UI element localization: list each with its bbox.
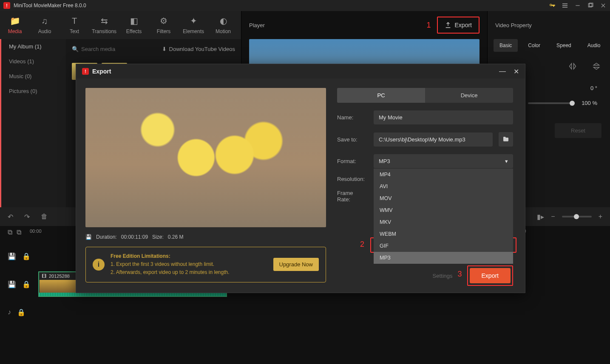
callout-number-3: 3 [458,270,462,279]
search-input[interactable]: 🔍 Search media [72,46,115,52]
saveto-input[interactable]: C:\Users\bj\Desktop\My Movie.mp3 [374,133,493,147]
dialog-close-icon[interactable]: ✕ [514,68,519,76]
format-select[interactable]: MP3 ▾ [374,154,513,168]
format-value: MP3 [379,158,390,164]
format-option-gif[interactable]: GIF [374,240,513,252]
save-track-icon[interactable]: 💾 [8,252,16,260]
maximize-icon[interactable] [587,2,594,9]
segment-pc[interactable]: PC [337,88,425,103]
tab-speed[interactable]: Speed [550,39,577,52]
resolution-label: Resolution: [337,176,368,182]
tool-elements[interactable]: ✦Elements [179,11,208,39]
dialog-title: Export [92,68,111,75]
dialog-minimize-icon[interactable]: — [499,68,506,76]
search-placeholder: Search media [81,46,115,52]
export-target-segmented: PC Device [337,88,513,103]
zoom-slider[interactable] [562,216,592,217]
tab-audio[interactable]: Audio [582,39,607,52]
name-input[interactable]: My Movie [374,110,513,124]
framerate-label: Frame Rate: [337,190,368,203]
paste-icon[interactable]: ⧉ [17,229,21,242]
music-note-icon: ♫ [42,16,48,26]
format-dropdown: MP4 AVI MOV WMV MKV WEBM GIF MP3 [374,169,513,264]
size-label: Size: [152,234,164,240]
callout-number-1: 1 [427,21,431,30]
chevron-down-icon: ▾ [505,158,508,164]
lock-track-icon[interactable]: 🔒 [17,308,26,316]
format-option-mkv[interactable]: MKV [374,216,513,228]
yt-link-label: Download YouTube Videos [169,46,235,52]
size-value: 0.26 M [168,234,184,240]
save-track-icon[interactable]: 💾 [8,280,16,288]
player-title: Player [249,22,265,28]
sidebar-item-album[interactable]: My Album (1) [1,39,66,54]
tool-transitions[interactable]: ⇆Transitions [89,11,119,39]
tool-label: Motion [216,28,231,34]
key-icon[interactable] [549,2,556,9]
format-option-mov[interactable]: MOV [374,192,513,204]
reset-button[interactable]: Reset [555,123,601,138]
search-icon: 🔍 [72,46,79,52]
export-preview [85,88,326,227]
sidebar-item-music[interactable]: Music (0) [1,69,66,84]
format-option-wmv[interactable]: WMV [374,204,513,216]
delete-icon[interactable]: 🗑 [41,213,48,221]
free-edition-limitations: i Free Edition Limitations: 1. Export th… [85,247,326,282]
tool-audio[interactable]: ♫Audio [30,11,60,39]
transitions-icon: ⇆ [101,16,108,26]
tool-label: Effects [126,28,142,34]
titlebar: ! MiniTool MovieMaker Free 8.0.0 [0,0,610,11]
time-tick: 00:00 [30,229,42,242]
browse-folder-button[interactable] [499,132,513,147]
opacity-value: 100 % [582,100,597,106]
close-icon[interactable] [600,2,607,9]
sidebar-item-videos[interactable]: Videos (1) [1,54,66,69]
snap-icon[interactable]: ▮▸ [537,213,544,221]
download-youtube-link[interactable]: ⬇ Download YouTube Videos [162,46,235,52]
lock-track-icon[interactable]: 🔒 [22,280,31,288]
app-logo-icon: ! [3,2,10,9]
menu-icon[interactable] [562,2,568,9]
sidebar-item-pictures[interactable]: Pictures (0) [1,84,66,99]
copy-icon[interactable]: ⧉ [8,229,12,242]
zoom-out-icon[interactable]: − [551,213,555,220]
lock-track-icon[interactable]: 🔒 [22,252,31,260]
zoom-in-icon[interactable]: + [599,213,602,220]
tool-filters[interactable]: ⚙Filters [149,11,179,39]
info-icon: i [93,259,105,271]
flip-vertical-icon[interactable] [590,61,602,71]
limitations-line1: 1. Export the first 3 videos without len… [111,260,267,268]
audio-track-icon[interactable]: ♪ [8,308,11,316]
format-option-webm[interactable]: WEBM [374,228,513,240]
format-label: Format: [337,158,368,164]
download-icon: ⬇ [162,46,167,52]
rotation-value: 0 ° [590,85,597,91]
format-option-avi[interactable]: AVI [374,181,513,192]
export-button[interactable]: Export [470,268,511,283]
flip-horizontal-icon[interactable] [567,61,579,71]
minimize-icon[interactable] [574,2,581,9]
export-button-top[interactable]: Export [437,17,479,34]
saveto-label: Save to: [337,136,368,143]
tool-text[interactable]: TText [60,11,89,39]
name-label: Name: [337,114,368,121]
tool-label: Elements [183,28,204,34]
tab-basic[interactable]: Basic [494,39,518,52]
upgrade-now-button[interactable]: Upgrade Now [273,258,319,271]
video-property-title: Video Property [488,11,610,39]
segment-device[interactable]: Device [425,88,513,103]
disk-icon: 💾 [85,234,92,240]
format-option-mp4[interactable]: MP4 [374,169,513,181]
redo-icon[interactable]: ↷ [24,213,30,221]
settings-button[interactable]: Settings [425,268,460,283]
undo-icon[interactable]: ↶ [8,213,13,221]
tool-motion[interactable]: ◐Motion [208,11,238,39]
opacity-slider[interactable] [528,102,575,104]
format-option-mp3[interactable]: MP3 [374,252,513,264]
dialog-logo-icon: ! [82,68,89,75]
export-icon [445,22,451,28]
tool-effects[interactable]: ◧Effects [119,11,149,39]
tab-color[interactable]: Color [522,39,546,52]
tool-media[interactable]: 📁Media [0,11,30,39]
filters-icon: ⚙ [160,16,167,26]
